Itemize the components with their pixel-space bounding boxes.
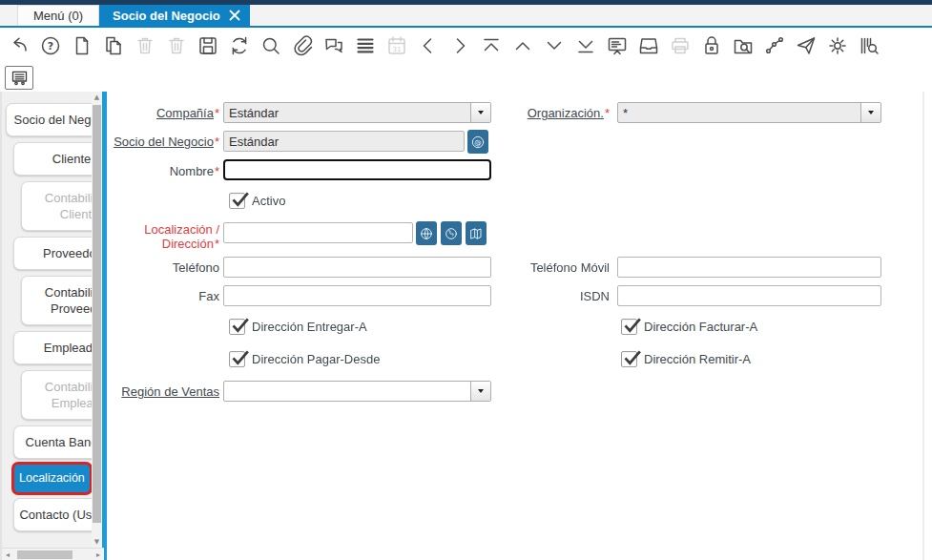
last-record-icon — [574, 34, 597, 57]
print-icon — [669, 34, 692, 57]
sidebar-tab-socio-del-negocio[interactable]: Socio del Negocio — [6, 103, 92, 136]
refresh-button[interactable] — [228, 34, 251, 57]
world-map-button[interactable] — [441, 221, 462, 245]
location-dialog-button[interactable] — [416, 221, 437, 245]
sidebar-tab-cuenta-bancaria[interactable]: Cuenta Bancaria — [13, 425, 92, 459]
name-field[interactable] — [223, 159, 491, 180]
lock-icon — [700, 34, 723, 57]
sidebar-tab-contacto-usuario[interactable]: Contacto (Usuario) — [13, 498, 92, 531]
business-partner-field[interactable] — [223, 131, 465, 152]
delete-selection-icon — [165, 34, 188, 57]
sidebar-scrollbar-thumb[interactable] — [93, 105, 101, 523]
parent-record-icon — [511, 34, 534, 57]
copy-record-button[interactable] — [102, 34, 125, 57]
save-icon — [197, 34, 219, 57]
preferences-button[interactable] — [826, 34, 849, 57]
next-record-button[interactable] — [448, 34, 471, 57]
calendar-button: 31 — [385, 34, 408, 57]
tab-socio-del-negocio[interactable]: Socio del Negocio — [99, 5, 250, 26]
sales-region-combobox[interactable] — [223, 381, 491, 402]
sidebar-tab-proveedor[interactable]: Proveedor — [13, 237, 92, 270]
close-tab-icon[interactable] — [229, 10, 240, 21]
sidebar-tab-contabilidad-proveedor[interactable]: Contabilidad Proveedor — [21, 276, 92, 325]
product-search-icon — [858, 34, 880, 57]
advanced-find-icon — [732, 34, 755, 57]
next-record-icon — [448, 34, 471, 57]
world-icon — [444, 226, 459, 241]
new-record-button[interactable] — [71, 34, 93, 57]
scroll-right-icon[interactable]: ▸ — [93, 549, 104, 560]
sales-region-dropdown-button[interactable] — [470, 382, 490, 401]
location-field[interactable] — [223, 222, 413, 243]
tab-menu[interactable]: Menú (0) — [17, 5, 99, 26]
undo-button[interactable] — [8, 34, 31, 57]
report-button[interactable] — [606, 34, 629, 57]
sidebar-tab-label: Cuenta Bancaria — [26, 435, 92, 449]
help-button[interactable]: ? — [39, 34, 62, 57]
name-label: Nombre* — [107, 164, 219, 178]
chat-button[interactable] — [322, 34, 345, 57]
first-record-button[interactable] — [480, 34, 503, 57]
record-subtoolbar — [0, 64, 932, 92]
checkmark-icon — [622, 347, 642, 367]
remit-to-address-label: Dirección Remitir-A — [644, 352, 751, 366]
calendar-icon: 31 — [385, 34, 408, 57]
chevron-down-icon — [478, 389, 484, 393]
invoice-to-address-checkbox[interactable]: Dirección Facturar-A — [621, 319, 757, 335]
send-mail-button[interactable] — [795, 34, 818, 57]
invoice-to-address-label: Dirección Facturar-A — [644, 320, 757, 334]
scroll-left-icon[interactable]: ◂ — [2, 549, 13, 560]
sidebar-tab-label: Contacto (Usuario) — [19, 508, 92, 522]
previous-record-button[interactable] — [417, 34, 440, 57]
product-search-button[interactable] — [858, 34, 880, 57]
sidebar-vertical-scrollbar[interactable]: ▲ ▼ — [92, 92, 102, 548]
find-icon — [259, 34, 282, 57]
phone-field[interactable] — [223, 257, 491, 278]
parent-record-button[interactable] — [511, 34, 534, 57]
business-partner-info-button[interactable]: @ — [467, 130, 488, 154]
isdn-field[interactable] — [617, 285, 881, 306]
lock-button[interactable] — [700, 34, 723, 57]
scroll-up-icon[interactable]: ▲ — [92, 93, 102, 101]
checkbox-box — [229, 319, 245, 335]
toggle-detail-button[interactable] — [5, 66, 33, 90]
detail-record-button[interactable] — [543, 34, 566, 57]
checkmark-icon — [230, 315, 250, 335]
scroll-down-icon[interactable]: ▼ — [92, 538, 102, 546]
grid-toggle-button[interactable] — [354, 34, 377, 57]
ship-to-address-checkbox[interactable]: Dirección Entregar-A — [229, 319, 367, 335]
sales-region-value[interactable] — [224, 382, 470, 401]
mobile-phone-field[interactable] — [617, 257, 881, 278]
pay-from-address-checkbox[interactable]: Dirección Pagar-Desde — [229, 351, 380, 367]
organization-combobox[interactable] — [617, 102, 881, 123]
remit-to-address-checkbox[interactable]: Dirección Remitir-A — [621, 351, 751, 367]
workflow-button[interactable] — [763, 34, 786, 57]
company-combobox[interactable] — [223, 102, 491, 123]
delete-record-button — [134, 34, 156, 57]
activo-checkbox[interactable]: Activo — [229, 193, 285, 209]
isdn-label: ISDN — [466, 289, 610, 303]
find-button[interactable] — [259, 34, 282, 57]
organization-value[interactable] — [618, 103, 860, 122]
sidebar-tab-cliente[interactable]: Cliente — [13, 142, 92, 176]
attachment-button[interactable] — [291, 34, 314, 57]
sidebar-hscrollbar-thumb[interactable] — [17, 550, 72, 559]
window-tabstrip: Menú (0) Socio del Negocio — [0, 5, 932, 28]
save-button[interactable] — [197, 34, 219, 57]
sidebar-tab-contabilidad-empleado: Contabilidad Empleado — [21, 370, 92, 420]
advanced-find-button[interactable] — [732, 34, 755, 57]
help-icon: ? — [39, 34, 62, 57]
fax-field[interactable] — [223, 285, 491, 306]
sidebar-horizontal-scrollbar[interactable]: ◂ ▸ — [2, 548, 104, 560]
map-button[interactable] — [466, 221, 487, 245]
sidebar-tab-empleado[interactable]: Empleado — [13, 331, 92, 364]
last-record-button[interactable] — [574, 34, 597, 57]
new-record-icon — [71, 34, 93, 57]
sidebar-tab-localizacion[interactable]: Localización — [14, 465, 90, 492]
company-value[interactable] — [224, 103, 470, 122]
organization-dropdown-button[interactable] — [860, 103, 880, 122]
main-area: Socio del NegocioClienteContabilidad Cli… — [0, 92, 932, 560]
refresh-icon — [228, 34, 251, 57]
pay-from-address-label: Dirección Pagar-Desde — [252, 352, 380, 366]
archive-button[interactable] — [637, 34, 660, 57]
